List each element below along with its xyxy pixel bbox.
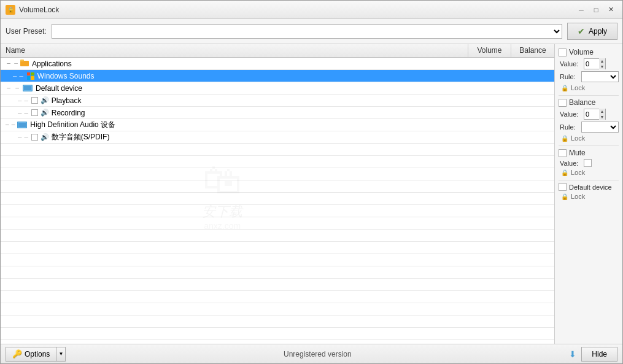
maximize-button[interactable]: □ xyxy=(589,4,603,15)
default-device-lock-label: Lock xyxy=(571,193,585,200)
hide-label: Hide xyxy=(592,350,607,358)
windows-icon xyxy=(27,72,34,80)
bottom-bar: 🔑 Options ▼ Unregistered version ⬇ Hide xyxy=(1,344,622,363)
svg-rect-4 xyxy=(24,86,31,90)
tree-row[interactable]: ─ ─ Windows Sounds xyxy=(1,70,554,82)
dash-icon: ─ xyxy=(13,61,19,67)
device-icon xyxy=(23,85,33,91)
tree-area-wrapper: 🛍 安下载 anxz.com Name Volume Balance ─ xyxy=(1,44,555,344)
expand-icon: ─ xyxy=(6,85,12,91)
mute-label: Mute xyxy=(569,149,586,157)
dash-icon: ─ xyxy=(18,98,21,104)
balance-label: Balance xyxy=(569,98,595,107)
balance-rule-select[interactable] xyxy=(581,122,619,133)
balance-checkbox-row: Balance xyxy=(559,98,619,107)
volume-rule-row: Rule: xyxy=(559,71,619,82)
item-checkbox[interactable] xyxy=(31,109,38,116)
mute-value-checkbox[interactable] xyxy=(584,159,592,167)
dropdown-arrow-icon: ▼ xyxy=(58,351,63,357)
tree-item-label: 数字音频(S/PDIF) xyxy=(52,132,110,142)
checkmark-icon: ✔ xyxy=(578,26,585,36)
tree-row[interactable]: ─ ─ High Definition Audio 设备 xyxy=(1,119,554,131)
balance-spin-up[interactable]: ▲ xyxy=(599,109,605,114)
col-volume-header: Volume xyxy=(468,44,511,57)
tree-row[interactable]: ─ ─ Default device xyxy=(1,82,554,95)
mute-value-label: Value: xyxy=(560,160,581,167)
volume-value-input[interactable] xyxy=(584,60,599,68)
dash-icon2: ─ xyxy=(19,73,23,79)
empty-row xyxy=(1,205,554,217)
volume-lock-icon: 🔒 xyxy=(561,85,568,91)
close-button[interactable]: ✕ xyxy=(604,4,617,15)
volume-lock-row[interactable]: 🔒 Lock xyxy=(559,84,619,91)
balance-spin-down[interactable]: ▼ xyxy=(599,114,605,120)
expand-icon: ─ xyxy=(6,122,9,128)
balance-section: Balance Value: ▲ ▼ Rule: xyxy=(559,98,619,146)
volume-spin-down[interactable]: ▼ xyxy=(599,64,605,69)
default-device-checkbox[interactable] xyxy=(559,183,567,191)
default-device-lock-row[interactable]: 🔒 Lock xyxy=(559,193,619,200)
apply-button[interactable]: ✔ Apply xyxy=(567,23,617,40)
folder-icon xyxy=(20,59,29,68)
tree-row[interactable]: ─ ─ 🔊 数字音频(S/PDIF) xyxy=(1,131,554,144)
rule-key-label2: Rule: xyxy=(560,123,579,131)
empty-row xyxy=(1,316,554,328)
item-checkbox[interactable] xyxy=(31,97,38,104)
tree-body[interactable]: ─ ─ Applications ─ xyxy=(1,58,554,344)
value-key-label: Value: xyxy=(560,60,581,68)
expand-icon2: ─ xyxy=(14,85,20,91)
options-arrow-button[interactable]: ▼ xyxy=(56,347,66,362)
item-checkbox[interactable] xyxy=(31,134,38,141)
empty-row xyxy=(1,193,554,205)
dash-icon2: ─ xyxy=(24,98,28,104)
balance-lock-icon: 🔒 xyxy=(561,135,568,142)
apply-label: Apply xyxy=(589,27,607,36)
tree-cell-name: ─ ─ Default device xyxy=(1,84,468,93)
tree-item-label: Default device xyxy=(36,84,82,93)
balance-rule-row: Rule: xyxy=(559,122,619,133)
titlebar: 🔒 VolumeLock ─ □ ✕ xyxy=(1,1,622,19)
balance-value-input[interactable] xyxy=(584,110,599,118)
balance-spin: ▲ ▼ xyxy=(599,109,605,120)
table-header: Name Volume Balance xyxy=(1,44,554,58)
mute-checkbox[interactable] xyxy=(559,149,567,157)
svg-rect-1 xyxy=(20,60,24,61)
speaker-icon: 🔊 xyxy=(41,96,49,104)
empty-row xyxy=(1,217,554,230)
balance-checkbox[interactable] xyxy=(559,99,567,107)
window-title: VolumeLock xyxy=(19,6,575,14)
volume-spin-up[interactable]: ▲ xyxy=(599,58,605,64)
dash-icon: ─ xyxy=(13,73,17,79)
empty-row xyxy=(1,242,554,254)
tree-item-label: Recording xyxy=(52,109,85,117)
main-window: 🔒 VolumeLock ─ □ ✕ User Preset: ✔ Apply … xyxy=(0,0,623,364)
mute-lock-row[interactable]: 🔒 Lock xyxy=(559,169,619,176)
tree-row[interactable]: ─ ─ 🔊 Playback xyxy=(1,95,554,107)
tree-cell-name: ─ ─ Windows Sounds xyxy=(1,72,468,80)
user-preset-select[interactable] xyxy=(52,24,562,39)
dash-icon2: ─ xyxy=(24,110,28,116)
tree-cell-name: ─ ─ 🔊 数字音频(S/PDIF) xyxy=(1,132,468,142)
tree-item-label: High Definition Audio 设备 xyxy=(30,120,115,130)
volume-checkbox[interactable] xyxy=(559,48,567,56)
svg-rect-0 xyxy=(20,61,29,66)
empty-row xyxy=(1,144,554,156)
empty-row xyxy=(1,303,554,316)
speaker-icon: 🔊 xyxy=(41,133,49,141)
balance-lock-row[interactable]: 🔒 Lock xyxy=(559,134,619,142)
tree-row[interactable]: ─ ─ Applications xyxy=(1,58,554,70)
svg-rect-7 xyxy=(18,123,26,127)
tree-row[interactable]: ─ ─ 🔊 Recording xyxy=(1,107,554,119)
mute-checkbox-row: Mute xyxy=(559,149,619,157)
tree-cell-name: ─ ─ High Definition Audio 设备 xyxy=(1,120,468,130)
toolbar: User Preset: ✔ Apply xyxy=(1,19,622,44)
empty-row xyxy=(1,340,554,344)
balance-lock-label: Lock xyxy=(571,134,585,142)
volume-rule-select[interactable] xyxy=(581,71,619,82)
minimize-button[interactable]: ─ xyxy=(575,4,588,15)
empty-row xyxy=(1,291,554,303)
hide-button[interactable]: Hide xyxy=(581,347,617,362)
status-text: Unregistered version xyxy=(66,350,569,358)
options-button[interactable]: 🔑 Options xyxy=(6,347,56,362)
tree-cell-name: ─ ─ 🔊 Recording xyxy=(1,109,468,117)
